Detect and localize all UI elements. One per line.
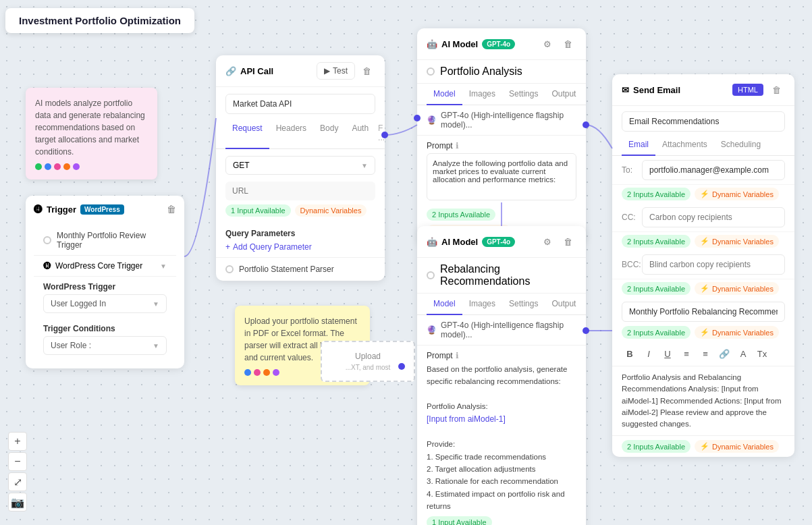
ai-2-badge-inputs: 1 Input Available	[427, 516, 492, 525]
tab-headers[interactable]: Headers	[269, 118, 313, 149]
ai-icon-2: 🤖	[427, 237, 437, 247]
wp-icon: 🅦	[34, 204, 43, 215]
email-to-row: To:	[612, 156, 794, 185]
ai-1-radio-row: Portfolio Analysis	[417, 60, 586, 84]
dot-blue	[45, 163, 51, 170]
ai-2-tab-output[interactable]: Output	[545, 294, 583, 315]
title-bar: Investment Portfolio Optimization	[5, 8, 194, 33]
fit-screen-button[interactable]: ⤢	[8, 472, 27, 491]
toolbar-list-unordered[interactable]: ≡	[697, 346, 713, 362]
workflow-canvas: Investment Portfolio Optimization + − ⤢ …	[0, 0, 812, 525]
trigger-radio-1-label: Monthly Portfolio Review Trigger	[57, 231, 167, 250]
url-input[interactable]	[225, 182, 375, 200]
ai-2-tab-model[interactable]: Model	[427, 294, 462, 315]
email-title: ✉ Send Email	[622, 85, 680, 95]
cc-badge-inputs: 2 Inputs Available	[622, 235, 691, 248]
ai-2-radio	[427, 271, 435, 279]
ai-2-tab-images[interactable]: Images	[462, 294, 502, 315]
badge-inputs: 1 Input Available	[225, 204, 291, 217]
ai-model-1-header: 🤖 AI Model GPT-4o ⚙ 🗑	[417, 28, 586, 60]
email-tab-email[interactable]: Email	[622, 134, 655, 156]
html-toggle-group: HTML 🗑	[732, 81, 785, 99]
tab-body[interactable]: Body	[313, 118, 345, 149]
email-subject-input[interactable]	[622, 111, 785, 132]
zoom-out-button[interactable]: −	[8, 452, 27, 471]
ai-1-tab-settings[interactable]: Settings	[502, 84, 545, 105]
delete-icon-2[interactable]: 🗑	[559, 233, 576, 250]
ai-2-list-4: 4. Estimated impact on portfolio risk an…	[427, 488, 576, 513]
ai-1-actions: ⚙ 🗑	[539, 35, 576, 53]
email-header: ✉ Send Email HTML 🗑	[612, 74, 794, 106]
dot-pink	[54, 163, 61, 170]
trigger-select-1[interactable]: User Logged In ▼	[43, 294, 167, 313]
ai-2-prompt-label: Prompt ℹ	[417, 346, 586, 363]
tab-request[interactable]: Request	[225, 118, 269, 149]
toolbar-clear[interactable]: Tx	[754, 346, 770, 362]
ai-2-list-3: 3. Rationale for each recommendation	[427, 475, 576, 487]
toolbar-link[interactable]: 🔗	[716, 346, 732, 362]
to-badge-inputs: 2 Inputs Available	[622, 188, 691, 200]
cc-badge-dynamic: ⚡ Dynamic Variables	[695, 235, 779, 248]
ai-1-tab-output[interactable]: Output	[545, 84, 583, 105]
ai-1-radio	[427, 67, 435, 76]
chevron-icon-2: ▼	[153, 342, 159, 350]
toolbar-bold[interactable]: B	[622, 346, 638, 362]
api-name-input[interactable]	[225, 94, 375, 114]
email-tabs: Email Attachments Scheduling	[612, 134, 794, 156]
ai-2-prompt-content: Based on the portfolio analysis, generat…	[417, 363, 586, 516]
toolbar-underline[interactable]: U	[659, 346, 676, 362]
dot-purple	[73, 163, 80, 170]
dot-b3	[263, 369, 270, 376]
trigger-delete-icon[interactable]: 🗑	[167, 204, 176, 215]
gpt-badge-2: GPT-4o	[482, 237, 515, 247]
bcc-label: BCC:	[622, 260, 642, 269]
trigger-conditions-title: Trigger Conditions	[34, 319, 176, 336]
email-tab-attachments[interactable]: Attachments	[655, 134, 714, 156]
parser-radio	[225, 265, 234, 273]
screenshot-button[interactable]: 📷	[8, 493, 27, 512]
ai-model-1-node: 🤖 AI Model GPT-4o ⚙ 🗑 Portfolio Analysis…	[417, 28, 586, 244]
gpt-badge-1: GPT-4o	[482, 39, 515, 49]
trigger-section-title: WordPress Trigger	[34, 277, 176, 294]
delete-button[interactable]: 🗑	[358, 62, 375, 80]
cc-input[interactable]	[642, 207, 785, 227]
api-tabs: Request Headers Body Auth F ...	[216, 118, 385, 149]
test-button[interactable]: ▶ Test	[317, 62, 355, 80]
tab-auth[interactable]: Auth	[345, 118, 375, 149]
bcc-badge-dynamic: ⚡ Dynamic Variables	[695, 282, 779, 295]
ai-1-prompt-textarea[interactable]: Analyze the following portfolio data and…	[427, 153, 576, 200]
ai-1-prompt-label: Prompt ℹ	[417, 136, 586, 153]
upload-area[interactable]: Upload ...XT, and most	[321, 341, 415, 382]
method-select[interactable]: GET ▼	[225, 156, 375, 175]
html-toggle[interactable]: HTML	[732, 84, 763, 96]
note-text-top: AI models analyze portfolio data and gen…	[35, 97, 148, 158]
settings-icon-2[interactable]: ⚙	[539, 233, 556, 250]
email-tab-scheduling[interactable]: Scheduling	[714, 134, 767, 156]
tab-more[interactable]: F ...	[375, 118, 385, 149]
delete-icon-1[interactable]: 🗑	[559, 35, 576, 53]
email-body-subject-input[interactable]	[622, 302, 785, 322]
ai-2-provide: Provide:	[427, 438, 576, 450]
email-toolbar: B I U ≡ ≡ 🔗 A Tx	[612, 341, 794, 366]
bcc-input[interactable]	[642, 254, 785, 275]
ai-2-analysis-label: Portfolio Analysis:	[427, 400, 576, 412]
page-title: Investment Portfolio Optimization	[19, 15, 181, 26]
zoom-in-button[interactable]: +	[8, 432, 27, 451]
ai-1-tab-model[interactable]: Model	[427, 84, 462, 105]
toolbar-italic[interactable]: I	[641, 346, 657, 362]
trigger-select-2[interactable]: User Role : ▼	[43, 336, 167, 355]
ai-1-tab-images[interactable]: Images	[462, 84, 502, 105]
trigger-node: 🅦 Trigger WordPress 🗑 Monthly Portfolio …	[26, 196, 184, 368]
bcc-badge-inputs: 2 Inputs Available	[622, 282, 691, 295]
to-input[interactable]	[642, 160, 785, 180]
settings-icon-1[interactable]: ⚙	[539, 35, 556, 53]
model-icon-2: 🔮	[427, 325, 437, 335]
toolbar-color[interactable]: A	[735, 346, 751, 362]
add-param-button[interactable]: + Add Query Parameter	[225, 242, 375, 252]
ai-1-model-row: 🔮 GPT-4o (High-intelligence flagship mod…	[417, 105, 586, 136]
email-delete-button[interactable]: 🗑	[767, 81, 785, 99]
ai-2-tab-settings[interactable]: Settings	[502, 294, 545, 315]
ai-icon-1: 🤖	[427, 39, 437, 49]
toolbar-list-ordered[interactable]: ≡	[678, 346, 695, 362]
email-cc-row: CC:	[612, 203, 794, 232]
